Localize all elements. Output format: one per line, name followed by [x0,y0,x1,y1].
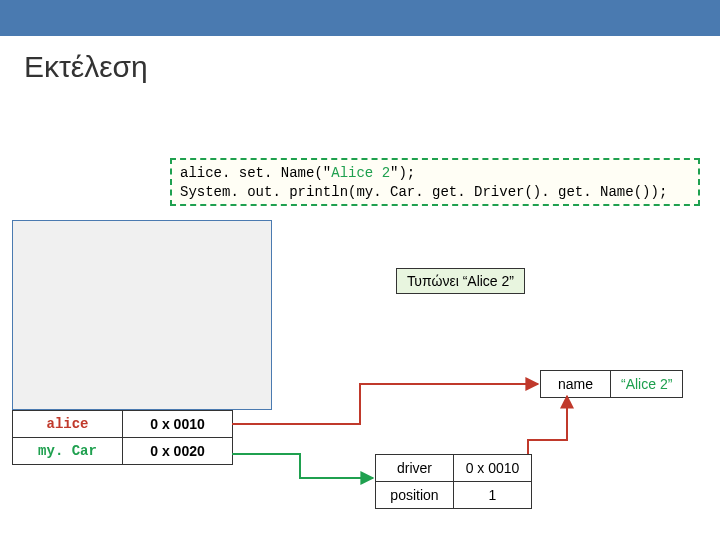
arrow-mycar-to-object [232,454,373,478]
table-row: position 1 [376,482,532,509]
name-field-label: name [541,371,611,398]
print-output-label: Τυπώνει “Alice 2” [396,268,525,294]
table-row: name “Alice 2” [541,371,683,398]
arrow-driver-to-name [528,396,567,454]
table-row: alice 0 x 0010 [13,411,233,438]
top-bar [0,0,720,36]
driver-field-value: 0 x 0010 [454,455,532,482]
var-name-mycar: my. Car [13,438,123,465]
table-row: my. Car 0 x 0020 [13,438,233,465]
code-line-2: System. out. println(my. Car. get. Drive… [180,184,667,200]
var-name-alice: alice [13,411,123,438]
car-object-table: driver 0 x 0010 position 1 [375,454,532,509]
arrow-alice-to-name [232,384,538,424]
variable-table: alice 0 x 0010 my. Car 0 x 0020 [12,410,233,465]
code-string-literal: Alice 2 [331,165,390,181]
page-title: Εκτέλεση [0,36,720,84]
code-line-1b: "); [390,165,415,181]
var-addr-mycar: 0 x 0020 [123,438,233,465]
position-field-label: position [376,482,454,509]
position-field-value: 1 [454,482,532,509]
driver-field-label: driver [376,455,454,482]
var-addr-alice: 0 x 0010 [123,411,233,438]
code-line-1a: alice. set. Name(" [180,165,331,181]
code-snippet: alice. set. Name("Alice 2"); System. out… [170,158,700,206]
table-row: driver 0 x 0010 [376,455,532,482]
name-field-value: “Alice 2” [611,371,683,398]
name-object-table: name “Alice 2” [540,370,683,398]
stack-frame-box [12,220,272,410]
